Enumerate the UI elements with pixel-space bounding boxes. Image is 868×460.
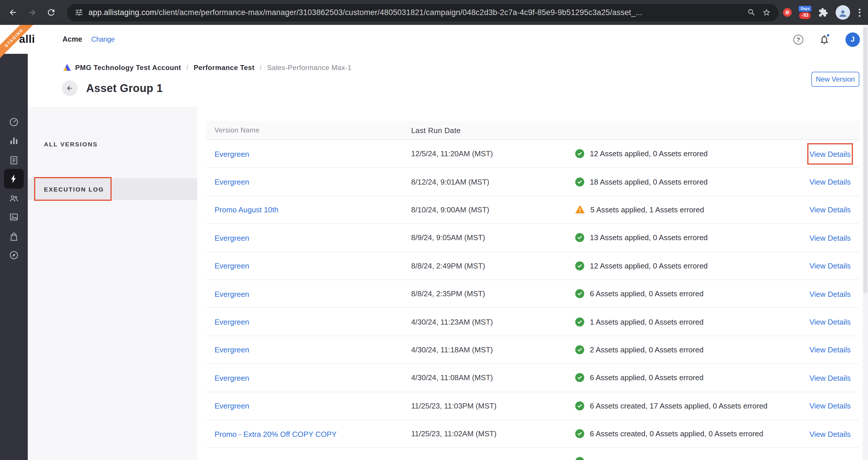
notification-bell-icon[interactable] [819,34,830,45]
table-header: Version Name Last Run Date [206,121,859,140]
version-name-link[interactable]: Promo August 10th [215,206,278,214]
days-badge-count: -93 [800,12,811,19]
view-details-link[interactable]: View Details [809,430,851,438]
status-success-icon [575,401,585,410]
table-row: Promo August 10th 8/10/24, 9:00AM (MST) … [206,196,859,224]
view-details-link[interactable]: View Details [809,206,851,214]
view-details-link[interactable]: View Details [809,318,851,326]
last-run-date: 8/12/24, 9:01AM (MST) [411,177,575,186]
browser-forward-button[interactable] [24,5,39,20]
breadcrumb: PMG Technology Test Account / Performanc… [75,64,351,72]
browser-toolbar: app.allistaging.com/client/acme/performa… [0,0,868,25]
view-details-link[interactable]: View Details [809,374,851,382]
back-arrow-icon [66,84,73,92]
user-avatar[interactable]: J [845,32,860,47]
status-text: 12 Assets applied, 0 Assets errored [590,262,708,270]
browser-reload-button[interactable] [43,5,58,20]
sidebar-item-automations[interactable] [9,174,19,184]
breadcrumb-separator: / [186,64,188,72]
dashboard-gauge-icon [9,117,19,127]
sidebar-item-analytics[interactable] [9,135,19,146]
account-name: Acme [62,35,82,44]
view-details-link[interactable]: View Details [809,178,851,186]
screenshot-root: app.allistaging.com/client/acme/performa… [0,0,868,460]
version-name-link[interactable]: Evergreen [215,234,249,242]
last-run-date: 11/25/23, 11:03PM (MST) [411,401,575,410]
last-run-date: 8/9/24, 9:05AM (MST) [411,233,575,242]
view-details-link[interactable]: View Details [809,346,851,354]
extension-red-icon[interactable] [783,8,792,17]
table-row: Evergreen 8/9/24, 9:05AM (MST) 13 Assets… [206,224,859,252]
pmg-logo-icon [63,64,71,71]
sidebar-item-audiences[interactable] [9,193,19,204]
alli-logo[interactable]: alli [19,33,35,46]
bookmark-star-icon[interactable] [763,8,771,17]
all-versions-label: ALL VERSIONS [44,141,98,148]
view-details-link[interactable]: View Details [809,150,851,158]
view-details-link[interactable]: View Details [809,234,851,242]
new-version-button[interactable]: New Version [811,72,859,87]
version-name-link[interactable]: Evergreen [215,346,249,354]
breadcrumb-account-link[interactable]: PMG Technology Test Account [75,64,181,72]
version-name-link[interactable]: Evergreen [215,290,249,298]
table-row: Evergreen 12/5/24, 11:20AM (MST) 12 Asse… [206,140,859,168]
view-details-link[interactable]: View Details [809,262,851,270]
last-run-date: 4/30/24, 11:08AM (MST) [411,373,575,382]
table-row: Evergreen 8/8/24, 2:49PM (MST) 12 Assets… [206,252,859,280]
last-run-date: 8/8/24, 2:35PM (MST) [411,289,575,298]
browser-menu-kebab-icon[interactable] [857,6,863,19]
browser-back-button[interactable] [5,5,20,20]
view-details-link[interactable]: View Details [809,290,851,298]
change-account-link[interactable]: Change [91,36,115,43]
audience-people-icon [9,193,19,204]
breadcrumb-separator: / [260,64,262,72]
zoom-icon[interactable] [747,8,756,17]
version-name-link[interactable]: Evergreen [215,262,249,270]
page-title: Asset Group 1 [86,82,163,95]
sidebar-item-discover[interactable] [9,250,19,260]
scrollbar-thumb[interactable] [863,27,867,293]
site-settings-icon[interactable] [74,8,83,17]
last-run-date: 4/30/24, 11:18AM (MST) [411,345,575,354]
execution-log-item[interactable]: EXECUTION LOG [28,178,197,200]
status-text: 18 Assets applied, 0 Assets errored [590,177,708,186]
status-success-icon [575,149,585,159]
status-success-icon [575,233,585,243]
help-icon[interactable]: ? [794,34,803,44]
status-text: 12 Assets applied, 0 Assets errored [590,149,708,158]
status-success-icon [575,429,585,439]
address-bar[interactable]: app.allistaging.com/client/acme/performa… [67,4,779,21]
browser-profile-avatar[interactable] [836,5,850,20]
column-header-last-run-date: Last Run Date [411,126,575,135]
status-success-icon [575,289,585,298]
table-row: Evergreen 8/8/24, 2:35PM (MST) 6 Assets … [206,280,859,308]
days-extension-badge[interactable]: Days -93 [799,6,811,19]
last-run-date: 8/8/24, 2:49PM (MST) [411,262,575,270]
status-text: 6 Assets applied, 0 Assets errored [590,289,704,298]
last-run-date: 12/5/24, 11:20AM (MST) [411,149,575,158]
sidebar-item-dashboard[interactable] [9,117,19,127]
sidebar-item-creative[interactable] [9,212,19,222]
status-text: 5 Assets applied, 1 Assets errored [590,205,704,214]
version-name-link[interactable]: Evergreen [215,178,249,186]
breadcrumb-current-page: Sales-Performance Max-1 [267,64,352,72]
table-body: Evergreen 12/5/24, 11:20AM (MST) 12 Asse… [206,140,859,448]
version-name-link[interactable]: Promo - Extra 20% Off COPY COPY [215,430,337,438]
compass-icon [9,250,19,260]
status-success-icon [575,177,585,186]
sidebar-item-reports[interactable] [9,155,19,166]
sidebar-item-commerce[interactable] [9,231,19,242]
version-name-link[interactable]: Evergreen [215,402,249,410]
table-row-partial [206,448,859,460]
breadcrumb-campaign-group-link[interactable]: Performance Test [194,64,255,72]
back-button[interactable] [62,80,78,96]
version-name-link[interactable]: Evergreen [215,318,249,326]
version-name-link[interactable]: Evergreen [215,374,249,382]
version-name-link[interactable]: Evergreen [215,150,249,158]
table-row: Evergreen 4/30/24, 11:08AM (MST) 6 Asset… [206,364,859,392]
report-clipboard-icon [9,155,19,166]
extensions-puzzle-icon[interactable] [818,7,828,17]
last-run-date: 4/30/24, 11:23AM (MST) [411,317,575,326]
view-details-link[interactable]: View Details [809,402,851,410]
table-row: Promo - Extra 20% Off COPY COPY 11/25/23… [206,420,859,448]
